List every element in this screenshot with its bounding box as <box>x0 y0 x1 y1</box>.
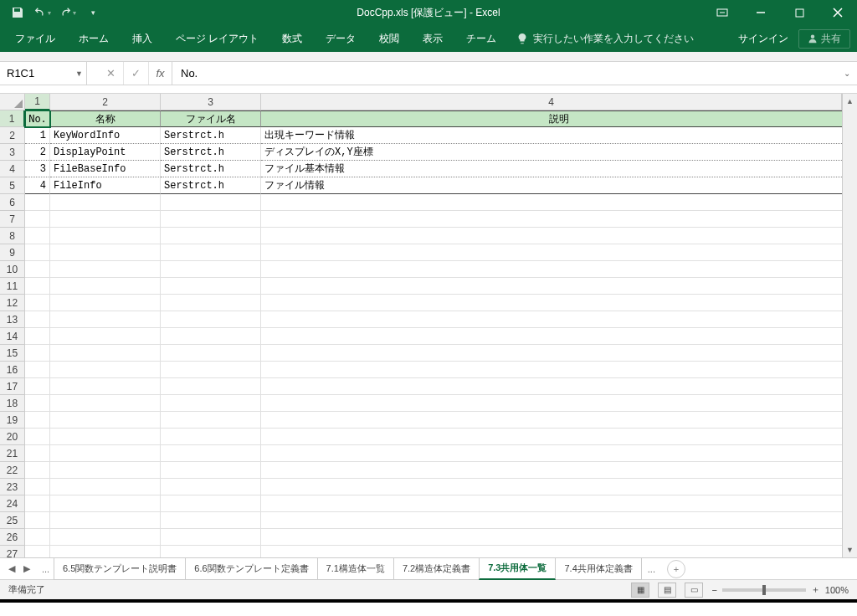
fx-icon[interactable]: fx <box>149 62 172 85</box>
cell[interactable] <box>50 228 161 244</box>
cell[interactable] <box>161 529 261 546</box>
col-header-4[interactable]: 4 <box>261 94 842 110</box>
cell[interactable] <box>261 495 857 512</box>
save-button[interactable] <box>7 2 28 23</box>
scroll-down-button[interactable]: ▼ <box>843 542 857 557</box>
cell[interactable] <box>261 295 857 311</box>
tab-file[interactable]: ファイル <box>3 25 67 52</box>
cell[interactable] <box>50 445 161 462</box>
cell[interactable] <box>261 512 857 529</box>
cell[interactable]: FileInfo <box>50 177 161 194</box>
row-header-27[interactable]: 27 <box>0 546 25 557</box>
cell[interactable] <box>261 228 857 244</box>
zoom-out-button[interactable]: − <box>711 585 716 595</box>
col-header-3[interactable]: 3 <box>161 94 261 110</box>
cell[interactable] <box>25 295 50 311</box>
row-header-7[interactable]: 7 <box>0 211 25 228</box>
cell[interactable] <box>50 378 161 395</box>
tab-team[interactable]: チーム <box>454 25 508 52</box>
cell[interactable]: FileBaseInfo <box>50 161 161 177</box>
cell[interactable] <box>261 445 857 462</box>
ribbon-options-button[interactable] <box>703 0 742 25</box>
cell[interactable] <box>25 194 50 211</box>
accept-formula-button[interactable]: ✓ <box>124 62 149 85</box>
cell[interactable] <box>50 529 161 546</box>
cell[interactable]: 1 <box>25 127 50 144</box>
sheet-tab[interactable]: 7.4共用体定義書 <box>555 558 641 580</box>
close-button[interactable] <box>819 0 857 25</box>
cell[interactable] <box>161 244 261 261</box>
cell[interactable] <box>161 345 261 362</box>
name-box[interactable]: R1C1▼ <box>0 62 87 85</box>
qat-customize[interactable]: ▾ <box>82 2 104 23</box>
cell[interactable] <box>50 311 161 328</box>
row-header-9[interactable]: 9 <box>0 244 25 261</box>
cell[interactable] <box>261 395 857 412</box>
cell[interactable]: 4 <box>25 177 50 194</box>
row-header-24[interactable]: 24 <box>0 495 25 512</box>
cell[interactable] <box>161 512 261 529</box>
minimize-button[interactable] <box>742 0 780 25</box>
col-header-1[interactable]: 1 <box>25 94 50 110</box>
cell[interactable] <box>25 512 50 529</box>
cell[interactable] <box>161 395 261 412</box>
row-header-22[interactable]: 22 <box>0 462 25 479</box>
sheet-tab[interactable]: 7.2構造体定義書 <box>393 558 480 580</box>
sheet-tab[interactable]: 7.3共用体一覧 <box>479 558 556 580</box>
cell[interactable] <box>25 378 50 395</box>
cell[interactable] <box>25 529 50 546</box>
zoom-level[interactable]: 100% <box>825 585 849 595</box>
cell[interactable] <box>161 429 261 445</box>
cell[interactable] <box>261 194 857 211</box>
vertical-scrollbar[interactable]: ▲ ▼ <box>842 110 857 557</box>
redo-button[interactable]: ▾ <box>57 2 79 23</box>
cell[interactable] <box>25 462 50 479</box>
row-header-16[interactable]: 16 <box>0 362 25 378</box>
cell[interactable] <box>50 479 161 495</box>
page-break-view-button[interactable]: ▭ <box>685 583 703 598</box>
sheet-more-right[interactable]: ... <box>641 564 662 574</box>
row-header-15[interactable]: 15 <box>0 345 25 362</box>
cell[interactable] <box>161 311 261 328</box>
row-header-11[interactable]: 11 <box>0 278 25 295</box>
sheet-next-button[interactable]: ▶ <box>20 563 33 574</box>
cell[interactable]: ファイル基本情報 <box>261 161 857 177</box>
cell[interactable] <box>261 462 857 479</box>
cell[interactable]: 3 <box>25 161 50 177</box>
cell[interactable] <box>161 362 261 378</box>
cell[interactable]: Serstrct.h <box>161 144 261 161</box>
cell[interactable] <box>50 362 161 378</box>
tab-page-layout[interactable]: ページ レイアウト <box>164 25 270 52</box>
cell[interactable] <box>25 362 50 378</box>
cell[interactable]: Serstrct.h <box>161 161 261 177</box>
cell[interactable] <box>161 295 261 311</box>
tab-view[interactable]: 表示 <box>411 25 454 52</box>
cell[interactable]: ディスプレイのX,Y座標 <box>261 144 857 161</box>
tab-formulas[interactable]: 数式 <box>270 25 314 52</box>
page-layout-view-button[interactable]: ▤ <box>658 583 676 598</box>
cell[interactable]: ファイル情報 <box>261 177 857 194</box>
cell[interactable] <box>161 194 261 211</box>
cell[interactable] <box>161 211 261 228</box>
row-header-10[interactable]: 10 <box>0 261 25 278</box>
cell[interactable]: DisplayPoint <box>50 144 161 161</box>
sheet-tab[interactable]: 6.5関数テンプレート説明書 <box>54 558 186 580</box>
cell[interactable] <box>161 445 261 462</box>
row-header-25[interactable]: 25 <box>0 512 25 529</box>
cell[interactable] <box>261 261 857 278</box>
sheet-tab[interactable]: 7.1構造体一覧 <box>317 558 394 580</box>
cell[interactable] <box>161 546 261 557</box>
formula-input[interactable]: No. <box>172 62 837 85</box>
tell-me[interactable]: 実行したい作業を入力してください <box>508 32 694 46</box>
row-header-20[interactable]: 20 <box>0 429 25 445</box>
cell[interactable]: 出現キーワード情報 <box>261 127 857 144</box>
cells-area[interactable]: No.名称ファイル名説明1KeyWordInfoSerstrct.h出現キーワー… <box>25 110 857 557</box>
cell[interactable] <box>50 295 161 311</box>
cell[interactable] <box>261 211 857 228</box>
cell[interactable] <box>161 495 261 512</box>
maximize-button[interactable] <box>780 0 819 25</box>
row-header-4[interactable]: 4 <box>0 161 25 177</box>
signin-link[interactable]: サインイン <box>728 32 798 46</box>
row-header-1[interactable]: 1 <box>0 110 25 127</box>
normal-view-button[interactable]: ▦ <box>631 583 649 598</box>
